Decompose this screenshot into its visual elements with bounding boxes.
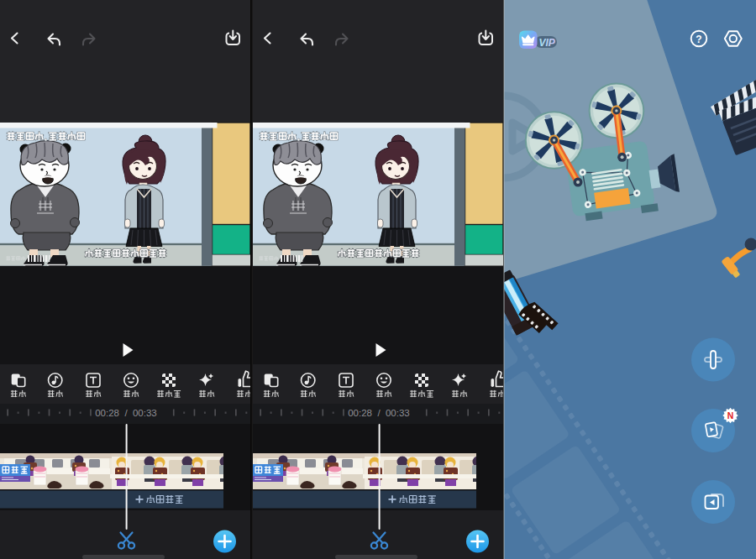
svg-text:?: ? — [696, 34, 701, 45]
svg-text:VIP: VIP — [539, 37, 556, 49]
svg-text:N: N — [727, 410, 734, 421]
